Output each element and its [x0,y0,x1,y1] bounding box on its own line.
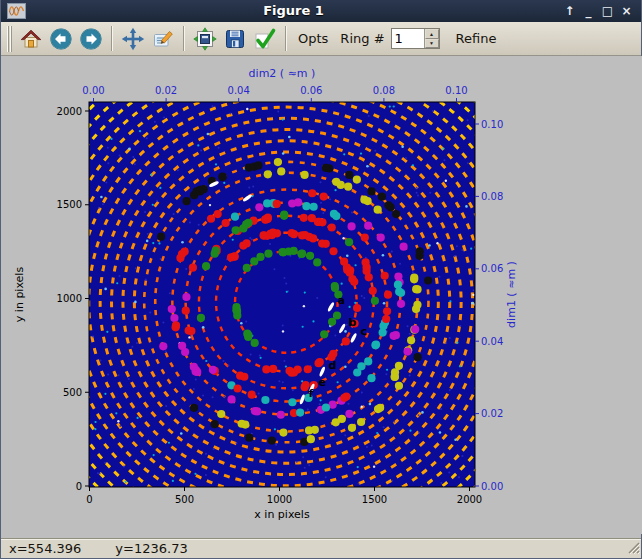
svg-text:0.04: 0.04 [228,85,250,96]
forward-icon [79,27,103,51]
back-icon [49,27,73,51]
svg-text:0.00: 0.00 [82,85,104,96]
svg-text:0.08: 0.08 [373,85,395,96]
forward-button[interactable] [76,24,106,53]
svg-text:0.00: 0.00 [481,481,503,492]
svg-text:1500: 1500 [57,199,82,210]
svg-text:0: 0 [76,481,82,492]
window-controls: ↑ _ □ × [561,1,635,21]
cursor-y-readout: y=1236.73 [115,541,187,556]
svg-text:0: 0 [86,494,92,505]
check-icon [253,27,277,51]
edit-zoom-icon [151,27,175,51]
spin-down-icon[interactable]: ▼ [425,39,439,49]
save-button[interactable] [220,24,250,53]
subplots-button[interactable] [190,24,220,53]
svg-text:y in pixels: y in pixels [13,267,26,323]
svg-text:1500: 1500 [362,494,387,505]
toolbar-grip[interactable] [7,26,13,52]
svg-text:0.10: 0.10 [481,119,503,130]
svg-text:500: 500 [175,494,194,505]
svg-text:1000: 1000 [267,494,292,505]
window-title: Figure 1 [30,0,557,22]
matplotlib-logo-icon [7,3,26,19]
minimize-icon[interactable]: _ [580,1,597,21]
back-button[interactable] [46,24,76,53]
resize-grip-icon[interactable] [627,541,640,557]
refine-button[interactable]: Refine [450,31,503,46]
diffraction-plot[interactable]: abcdef0500100015002000x in pixels0500100… [1,56,642,534]
svg-text:dim2 ( ≈m ): dim2 ( ≈m ) [249,67,316,80]
close-icon[interactable]: × [618,1,635,21]
titlebar[interactable]: Figure 1 ↑ _ □ × [1,0,641,22]
apply-button[interactable] [250,24,280,53]
svg-text:0.06: 0.06 [481,263,503,274]
svg-text:0.06: 0.06 [300,85,322,96]
ring-number-spinner: ▲ ▼ [391,28,440,49]
svg-text:0.10: 0.10 [445,85,467,96]
zoom-button[interactable] [148,24,178,53]
svg-text:2000: 2000 [457,494,482,505]
cursor-x-readout: x=554.396 [9,541,81,556]
toolbar-separator [111,26,113,51]
figure-window: Figure 1 ↑ _ □ × [0,0,642,559]
svg-text:0.04: 0.04 [481,336,503,347]
pan-button[interactable] [118,24,148,53]
svg-text:0.08: 0.08 [481,191,503,202]
svg-text:1000: 1000 [57,293,82,304]
opts-button[interactable]: Opts [292,31,334,46]
svg-text:c: c [360,325,367,338]
toolbar-separator [285,26,287,51]
svg-text:0.02: 0.02 [481,408,503,419]
svg-text:500: 500 [63,387,82,398]
svg-text:e: e [318,376,325,389]
svg-text:x in pixels: x in pixels [254,508,310,521]
toolbar-separator [183,26,185,51]
save-icon [223,27,247,51]
pan-icon [121,27,145,51]
svg-text:dim1 ( ≈m ): dim1 ( ≈m ) [505,261,518,328]
toolbar: Opts Ring # ▲ ▼ Refine [1,22,641,56]
subplots-icon [193,27,217,51]
maximize-icon[interactable]: □ [599,1,616,21]
spin-up-icon[interactable]: ▲ [425,29,439,39]
svg-text:2000: 2000 [57,106,82,117]
statusbar: x=554.396 y=1236.73 [1,538,641,558]
svg-text:0.02: 0.02 [155,85,177,96]
home-icon [19,27,43,51]
svg-text:d: d [329,359,337,372]
ring-number-input[interactable] [392,29,424,48]
shade-icon[interactable]: ↑ [561,1,578,21]
home-button[interactable] [16,24,46,53]
svg-text:f: f [309,387,314,400]
svg-text:b: b [348,316,356,329]
figure-canvas-area: abcdef0500100015002000x in pixels0500100… [1,56,641,538]
ring-number-label: Ring # [334,31,390,46]
svg-text:a: a [337,294,344,307]
